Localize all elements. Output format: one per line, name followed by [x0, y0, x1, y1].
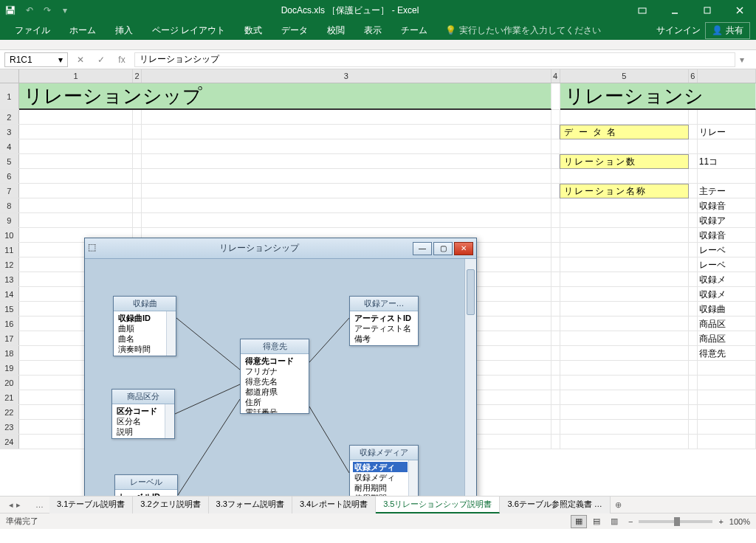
cell[interactable]	[689, 376, 698, 390]
cell[interactable]	[698, 390, 756, 405]
cell[interactable]: レーベ	[698, 243, 756, 257]
row-header[interactable]: 3	[0, 125, 19, 139]
cell[interactable]	[560, 243, 689, 257]
table-field[interactable]: 収録メディ	[353, 472, 408, 483]
cell[interactable]	[133, 125, 142, 139]
zoom-slider[interactable]	[639, 520, 712, 523]
cell[interactable]	[19, 139, 133, 154]
tab-page-layout[interactable]: ページ レイアウト	[143, 21, 234, 40]
cell[interactable]	[689, 243, 698, 257]
close-icon[interactable]	[724, 0, 756, 21]
table-t6[interactable]: 収録メディア収録メディ収録メディ耐用期間使用期間	[349, 445, 419, 496]
relationship-titlebar[interactable]: ⬚ リレーションシップ — ▢ ✕	[85, 238, 476, 259]
cell[interactable]	[689, 287, 698, 302]
cell[interactable]	[133, 110, 142, 125]
col-header[interactable]: 5	[560, 69, 689, 83]
cell[interactable]	[551, 213, 560, 228]
row-header[interactable]: 14	[0, 287, 19, 301]
cell[interactable]	[551, 376, 560, 390]
cell[interactable]	[689, 420, 698, 435]
table-field[interactable]: 収録メディ	[353, 462, 408, 472]
cell[interactable]	[560, 317, 689, 331]
formula-input[interactable]: リレーションシップ	[134, 52, 735, 67]
table-field[interactable]: 得意先コード	[244, 356, 306, 366]
table-field[interactable]: 電話番号	[244, 407, 306, 413]
cell[interactable]	[560, 139, 689, 154]
row-header[interactable]: 4	[0, 139, 19, 153]
table-field[interactable]: レーベルID	[118, 491, 174, 496]
cell[interactable]	[19, 169, 133, 184]
cell[interactable]	[142, 154, 551, 169]
cell[interactable]	[560, 213, 689, 228]
cell[interactable]	[689, 257, 698, 272]
row-header[interactable]: 19	[0, 361, 19, 375]
cell[interactable]	[698, 376, 756, 390]
cell[interactable]	[551, 257, 560, 272]
cell[interactable]	[551, 110, 560, 125]
cell[interactable]: 収録音	[698, 198, 756, 213]
table-field[interactable]: 収録曲ID	[117, 313, 165, 323]
cell[interactable]	[133, 169, 142, 184]
cell[interactable]: 収録曲	[698, 302, 756, 317]
cell[interactable]	[560, 376, 689, 390]
cell[interactable]	[560, 228, 689, 243]
sheet-tab[interactable]: 3.2クエリ説明書	[133, 497, 208, 513]
cell[interactable]: リレーション名称	[560, 184, 688, 198]
row-header[interactable]: 13	[0, 272, 19, 286]
cell[interactable]	[551, 317, 560, 331]
col-header[interactable]: 6	[689, 69, 698, 83]
cell[interactable]	[689, 169, 698, 184]
cell[interactable]	[142, 169, 551, 184]
cell[interactable]	[689, 302, 698, 317]
row-header[interactable]: 5	[0, 154, 19, 168]
cell[interactable]	[689, 272, 698, 287]
cell[interactable]	[19, 198, 133, 213]
fx-icon[interactable]: fx	[114, 55, 130, 65]
cell[interactable]	[551, 346, 560, 361]
table-t5[interactable]: 収録アー…アーティストIDアーティスト名備考	[349, 296, 419, 346]
cell[interactable]	[560, 390, 689, 405]
cell[interactable]: 得意先	[698, 346, 756, 361]
cell[interactable]	[560, 346, 689, 361]
row-header[interactable]: 6	[0, 169, 19, 183]
save-icon[interactable]	[0, 0, 21, 21]
cell[interactable]	[689, 198, 698, 213]
tab-home[interactable]: ホーム	[61, 21, 105, 40]
col-header[interactable]	[698, 69, 756, 83]
view-page-break-icon[interactable]: ▥	[606, 515, 622, 528]
redo-icon[interactable]: ↷	[38, 0, 56, 21]
row-header[interactable]: 23	[0, 420, 19, 434]
cell[interactable]	[689, 139, 698, 154]
table-t4[interactable]: 得意先得意先コードフリガナ得意先名都道府県住所電話番号ファクシミリ	[240, 339, 309, 414]
row-header[interactable]: 16	[0, 317, 19, 331]
cell[interactable]	[142, 139, 551, 154]
row-header[interactable]: 11	[0, 243, 19, 257]
cell[interactable]	[689, 435, 698, 449]
cell[interactable]	[689, 405, 698, 420]
cell[interactable]	[551, 154, 560, 169]
row-header[interactable]: 18	[0, 346, 19, 360]
cell[interactable]	[19, 184, 133, 198]
cell[interactable]	[698, 110, 756, 125]
tab-data[interactable]: データ	[272, 21, 317, 40]
row-header[interactable]: 21	[0, 390, 19, 404]
table-field[interactable]: 耐用期間	[353, 483, 408, 493]
cell[interactable]: 収録音	[698, 228, 756, 243]
cell[interactable]	[133, 139, 142, 154]
table-field[interactable]: 得意先名	[244, 376, 306, 387]
cell[interactable]	[133, 213, 142, 228]
cell[interactable]	[133, 198, 142, 213]
row-header[interactable]: 8	[0, 198, 19, 212]
cell[interactable]	[560, 435, 689, 449]
row-header[interactable]: 1	[0, 83, 19, 109]
table-field[interactable]: 説明	[115, 426, 164, 437]
share-button[interactable]: 👤 共有	[705, 22, 750, 39]
cell[interactable]	[689, 110, 698, 125]
col-header[interactable]: 4	[551, 69, 560, 83]
maximize-icon[interactable]	[691, 0, 724, 21]
row-header[interactable]: 17	[0, 331, 19, 345]
zoom-out-icon[interactable]: −	[628, 517, 633, 526]
tab-formulas[interactable]: 数式	[236, 21, 271, 40]
row-header[interactable]: 10	[0, 228, 19, 242]
rel-vertical-scrollbar[interactable]	[464, 259, 476, 496]
